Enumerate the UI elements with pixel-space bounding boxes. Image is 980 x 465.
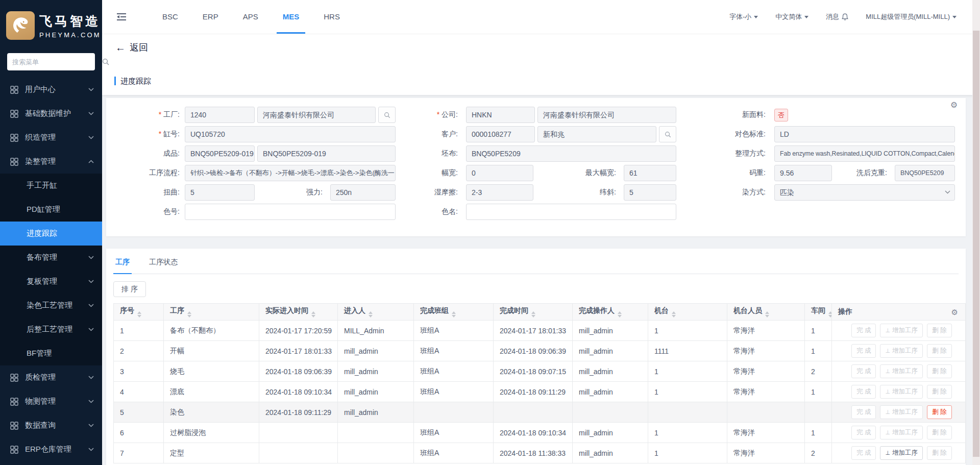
delete-button[interactable]: 删 除 — [927, 405, 951, 419]
messages-button[interactable]: 消息 — [826, 12, 848, 21]
yard-weight-field[interactable]: 9.56 — [774, 165, 832, 181]
column-header-机台[interactable]: 机台 — [648, 304, 727, 321]
color-no-field[interactable] — [185, 204, 396, 220]
column-header-完成时间[interactable]: 完成时间 — [494, 304, 573, 321]
grey-fabric-field[interactable]: BNQ50PE5209 — [466, 145, 676, 162]
washed-weight-field[interactable]: BNQ50PE5209 — [895, 165, 955, 181]
sidebar-subitem-染色工艺管理[interactable]: 染色工艺管理 — [0, 293, 102, 317]
top-nav-MES[interactable]: MES — [271, 0, 312, 34]
sort-carets-icon[interactable] — [765, 311, 769, 317]
sidebar-subitem-手工开缸[interactable]: 手工开缸 — [0, 174, 102, 198]
company-code-field[interactable]: HNKN — [466, 107, 535, 123]
sidebar-subitem-PD缸管理[interactable]: PD缸管理 — [0, 198, 102, 222]
strength-field[interactable]: 250n — [330, 184, 396, 201]
process-flow-field[interactable]: 针织->镜检->备布（不翻布）->开幅->烧毛->漂底->染色->染色(酶洗一 — [185, 165, 396, 181]
column-header-进入人[interactable]: 进入人 — [338, 304, 414, 321]
cell-序号: 3 — [114, 361, 164, 382]
back-button[interactable]: ← 返回 — [115, 41, 148, 54]
customer-search-button[interactable] — [659, 126, 676, 142]
form-settings-gear-icon[interactable]: ⚙ — [950, 100, 958, 110]
cell-完成时间: 2024-01-18 09:11:29 — [494, 382, 573, 402]
column-header-车间[interactable]: 车间 — [805, 304, 832, 321]
color-standard-field[interactable]: LD — [774, 126, 955, 142]
column-header-操作: 操作⚙ — [832, 304, 966, 321]
color-name-field[interactable] — [466, 204, 676, 220]
font-size-dropdown[interactable]: 字体-小 — [729, 12, 758, 21]
sidebar-subitem-进度跟踪[interactable]: 进度跟踪 — [0, 222, 102, 246]
sort-carets-icon[interactable] — [618, 311, 622, 317]
factory-name-field[interactable]: 河南盛泰针织有限公司 — [257, 107, 376, 123]
sort-carets-icon[interactable] — [311, 311, 315, 317]
sidebar-item-用户中心[interactable]: 用户中心 — [0, 78, 102, 102]
column-header-完成操作人[interactable]: 完成操作人 — [573, 304, 648, 321]
column-header-完成班组[interactable]: 完成班组 — [414, 304, 494, 321]
sidebar-subitem-复板管理[interactable]: 复板管理 — [0, 270, 102, 293]
menu-fold-icon[interactable] — [116, 12, 127, 21]
finished-product-code-field[interactable]: BNQ50PE5209-019 — [185, 145, 255, 162]
column-header-序号[interactable]: 序号 — [114, 304, 164, 321]
customer-code-field[interactable]: 0000108277 — [466, 126, 535, 142]
sidebar-subitem-BF管理[interactable]: BF管理 — [0, 341, 102, 365]
cell-工序: 染色 — [164, 402, 259, 423]
customer-name-field[interactable]: 新和兆 — [537, 126, 656, 142]
factory-search-button[interactable] — [378, 107, 396, 123]
sort-carets-icon[interactable] — [531, 311, 535, 317]
sort-carets-icon[interactable] — [452, 311, 456, 317]
cell-机台: 1 — [648, 443, 727, 463]
sort-carets-icon[interactable] — [672, 311, 676, 317]
insert-below-icon: ⊥ — [885, 388, 890, 395]
chevron-down-icon — [88, 280, 94, 283]
chevron-down-icon — [88, 304, 94, 307]
max-width-field[interactable]: 61 — [624, 165, 676, 181]
twist-field[interactable]: 5 — [185, 184, 255, 201]
column-header-机台人员[interactable]: 机台人员 — [727, 304, 805, 321]
weft-skew-field[interactable]: 5 — [624, 184, 676, 201]
sort-button[interactable]: 排 序 — [113, 281, 146, 297]
user-dropdown[interactable]: MILL超级管理员(MILL-MILL) — [866, 12, 957, 21]
company-name-field[interactable]: 河南盛泰针织有限公司 — [537, 107, 676, 123]
tab-工序[interactable]: 工序 — [113, 258, 132, 274]
cell-操作: 完 成⊥增加工序删 除 — [832, 361, 966, 382]
sidebar-subitem-后整工艺管理[interactable]: 后整工艺管理 — [0, 317, 102, 341]
menu-search-input[interactable] — [12, 58, 102, 66]
sidebar-subitem-备布管理[interactable]: 备布管理 — [0, 246, 102, 270]
table-settings-gear-icon[interactable]: ⚙ — [951, 308, 958, 317]
cell-实际进入时间: 2024-01-17 17:20:59 — [259, 321, 338, 341]
sidebar-item-织造管理[interactable]: 织造管理 — [0, 126, 102, 150]
top-nav-HRS[interactable]: HRS — [311, 0, 352, 34]
tab-工序状态[interactable]: 工序状态 — [147, 258, 180, 274]
finished-product-name-field[interactable]: BNQ50PE5209-019 — [257, 145, 396, 162]
sidebar-item-ERP仓库管理[interactable]: ERP仓库管理 — [0, 437, 102, 461]
wet-rub-field[interactable]: 2-3 — [466, 184, 533, 201]
top-nav-BSC[interactable]: BSC — [150, 0, 190, 34]
sidebar-item-质检管理[interactable]: 质检管理 — [0, 365, 102, 389]
company-label: 公司: — [396, 110, 463, 119]
width-field[interactable]: 0 — [466, 165, 533, 181]
back-label: 返回 — [130, 41, 148, 54]
top-nav-APS[interactable]: APS — [231, 0, 271, 34]
add-process-button[interactable]: ⊥增加工序 — [880, 446, 923, 460]
sort-carets-icon[interactable] — [187, 311, 191, 317]
top-nav-ERP[interactable]: ERP — [190, 0, 231, 34]
vat-no-field[interactable]: UQ105720 — [185, 126, 396, 142]
factory-code-field[interactable]: 1240 — [185, 107, 255, 123]
sidebar-item-染整管理[interactable]: 染整管理 — [0, 150, 102, 174]
column-header-实际进入时间[interactable]: 实际进入时间 — [259, 304, 338, 321]
finishing-method-field[interactable]: Fab enzyme wash,Resinated,LIQUID COTTON,… — [774, 145, 955, 162]
sort-carets-icon[interactable] — [137, 311, 141, 317]
strength-label: 强力: — [257, 188, 328, 197]
column-header-工序[interactable]: 工序 — [164, 304, 259, 321]
sidebar-item-物测管理[interactable]: 物测管理 — [0, 389, 102, 413]
sidebar-search[interactable] — [7, 53, 95, 70]
cell-完成班组 — [414, 402, 494, 423]
cell-机台人员: 常海洋 — [727, 361, 805, 382]
sidebar-item-数据查询[interactable]: 数据查询 — [0, 413, 102, 437]
dye-method-select[interactable]: 匹染 — [774, 184, 955, 201]
page-scrollbar[interactable] — [972, 0, 980, 465]
sort-carets-icon[interactable] — [369, 311, 373, 317]
menu-item-label: BF管理 — [27, 349, 52, 358]
scrollbar-thumb[interactable] — [973, 31, 979, 457]
sidebar-item-基础数据维护[interactable]: 基础数据维护 — [0, 102, 102, 126]
dyeing-submenu: 手工开缸PD缸管理进度跟踪备布管理复板管理染色工艺管理后整工艺管理BF管理 — [0, 174, 102, 365]
language-dropdown[interactable]: 中文简体 — [775, 12, 808, 21]
